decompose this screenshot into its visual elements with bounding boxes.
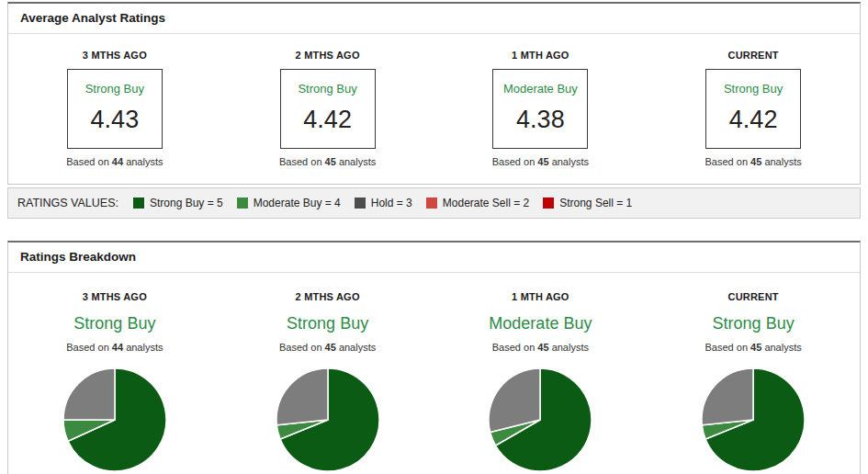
- legend-item-moderate-buy: Moderate Buy = 4: [237, 197, 341, 209]
- moderate-sell-swatch: [426, 198, 437, 209]
- pie-slice-hold: [276, 368, 328, 425]
- avg-column-1mth: 1 MTH AGO Moderate Buy 4.38 Based on 45 …: [434, 50, 648, 167]
- moderate-buy-swatch: [237, 198, 248, 209]
- rating-label: Strong Buy: [647, 314, 860, 333]
- breakdown-column-current: CURRENT Strong Buy Based on 45 analysts …: [647, 291, 860, 474]
- rating-box: Strong Buy 4.43: [67, 69, 163, 149]
- rating-label: Moderate Buy: [493, 82, 587, 96]
- average-analyst-ratings-panel: Average Analyst Ratings 3 MTHS AGO Stron…: [7, 2, 861, 185]
- analyst-count: 44: [112, 342, 123, 353]
- rating-box: Moderate Buy 4.38: [492, 69, 588, 149]
- rating-value: 4.43: [68, 106, 162, 134]
- analyst-count: 44: [112, 156, 123, 167]
- rating-value: 4.42: [706, 106, 800, 134]
- pie-chart-3mths: [60, 365, 170, 474]
- analyst-count: 45: [325, 342, 336, 353]
- analyst-count: 45: [750, 156, 761, 167]
- rating-label: Strong Buy: [706, 82, 800, 96]
- rating-label: Moderate Buy: [434, 314, 648, 333]
- breakdown-column-3mths: 3 MTHS AGO Strong Buy Based on 44 analys…: [8, 291, 221, 474]
- period-label: 3 MTHS AGO: [8, 291, 221, 302]
- analyst-count: 45: [537, 156, 548, 167]
- strong-buy-swatch: [133, 198, 144, 209]
- based-on-text: Based on 45 analysts: [279, 156, 376, 167]
- period-label: CURRENT: [728, 50, 779, 61]
- rating-label: Strong Buy: [281, 82, 375, 96]
- breakdown-column-1mth: 1 MTH AGO Moderate Buy Based on 45 analy…: [434, 291, 648, 474]
- ratings-values-label: RATINGS VALUES:: [17, 197, 118, 209]
- period-label: 1 MTH AGO: [512, 50, 569, 61]
- rating-box: Strong Buy 4.42: [280, 69, 376, 149]
- legend-item-moderate-sell: Moderate Sell = 2: [426, 197, 529, 209]
- based-on-text: Based on 44 analysts: [8, 342, 221, 353]
- ratings-breakdown-panel: Ratings Breakdown 3 MTHS AGO Strong Buy …: [7, 241, 861, 474]
- period-label: 2 MTHS AGO: [296, 50, 360, 61]
- hold-swatch: [355, 198, 366, 209]
- legend-item-strong-sell: Strong Sell = 1: [543, 197, 632, 209]
- pie-chart-current: [698, 365, 808, 474]
- legend-item-strong-buy: Strong Buy = 5: [133, 197, 223, 209]
- based-on-text: Based on 45 analysts: [705, 156, 802, 167]
- strong-sell-swatch: [543, 198, 554, 209]
- avg-column-2mths: 2 MTHS AGO Strong Buy 4.42 Based on 45 a…: [221, 50, 434, 167]
- rating-label: Strong Buy: [68, 82, 162, 96]
- panel-title: Ratings Breakdown: [8, 243, 860, 273]
- period-label: 3 MTHS AGO: [83, 50, 147, 61]
- based-on-text: Based on 44 analysts: [66, 156, 163, 167]
- analyst-count: 45: [750, 342, 761, 353]
- period-label: CURRENT: [647, 291, 860, 302]
- panel-title: Average Analyst Ratings: [8, 4, 860, 34]
- pie-slice-hold: [63, 368, 115, 420]
- pie-chart-2mths: [273, 365, 383, 474]
- rating-value: 4.42: [281, 106, 375, 134]
- breakdown-column-2mths: 2 MTHS AGO Strong Buy Based on 45 analys…: [221, 291, 434, 474]
- based-on-text: Based on 45 analysts: [434, 342, 648, 353]
- average-ratings-row: 3 MTHS AGO Strong Buy 4.43 Based on 44 a…: [8, 34, 860, 184]
- based-on-text: Based on 45 analysts: [647, 342, 860, 353]
- based-on-text: Based on 45 analysts: [492, 156, 589, 167]
- rating-label: Strong Buy: [8, 314, 221, 333]
- period-label: 2 MTHS AGO: [221, 291, 434, 302]
- period-label: 1 MTH AGO: [434, 291, 648, 302]
- avg-column-3mths: 3 MTHS AGO Strong Buy 4.43 Based on 44 a…: [8, 50, 221, 167]
- rating-label: Strong Buy: [221, 314, 434, 333]
- breakdown-row: 3 MTHS AGO Strong Buy Based on 44 analys…: [8, 273, 860, 474]
- based-on-text: Based on 45 analysts: [221, 342, 434, 353]
- pie-chart-1mth: [485, 365, 595, 474]
- rating-value: 4.38: [493, 106, 587, 134]
- analyst-count: 45: [537, 342, 548, 353]
- ratings-values-strip: RATINGS VALUES: Strong Buy = 5 Moderate …: [7, 187, 861, 219]
- analyst-count: 45: [325, 156, 336, 167]
- pie-slice-hold: [702, 368, 753, 425]
- avg-column-current: CURRENT Strong Buy 4.42 Based on 45 anal…: [647, 50, 860, 167]
- legend-item-hold: Hold = 3: [355, 197, 412, 209]
- rating-box: Strong Buy 4.42: [705, 69, 801, 149]
